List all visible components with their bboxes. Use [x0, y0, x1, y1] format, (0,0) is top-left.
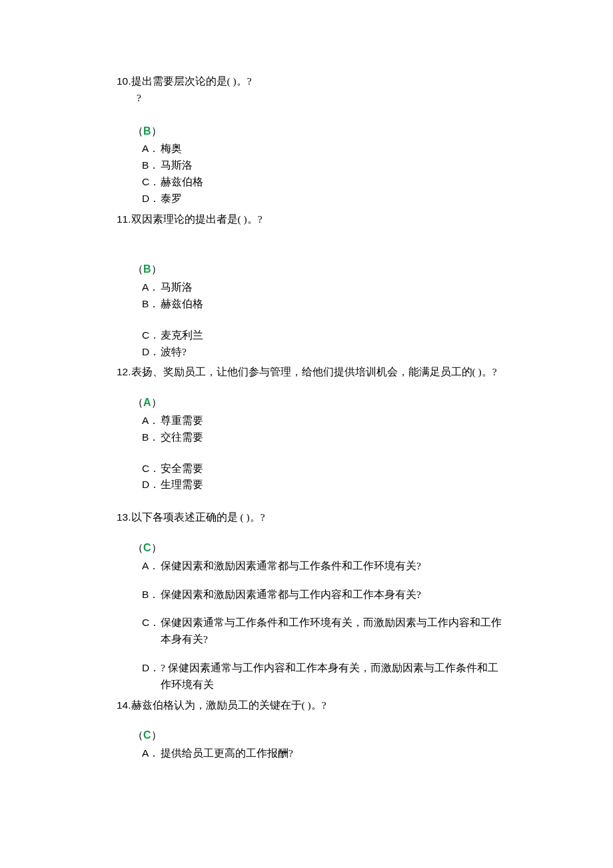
option-letter: A． [142, 141, 161, 157]
option-text: 赫兹伯格 [161, 296, 503, 313]
spacer [117, 227, 503, 245]
option-text: 马斯洛 [161, 279, 503, 296]
option-text: 生理需要 [161, 477, 503, 493]
answer-letter: B [143, 263, 151, 275]
option-text: 保健因素和激励因素通常都与工作条件和工作环境有关? [161, 558, 503, 575]
option-c: C． 安全需要 [142, 461, 503, 477]
answer-letter: B [143, 125, 151, 137]
question-text: 赫兹伯格认为，激励员工的关键在于( )。? [131, 697, 503, 714]
option-text: 提供给员工更高的工作报酬? [161, 745, 503, 762]
option-letter: C． [142, 327, 161, 344]
answer-marker: （C） [133, 539, 503, 557]
option-letter: D． [142, 191, 161, 207]
question-10: 10. 提出需要层次论的是( )。? ? （B） A． 梅奥 B． 马斯洛 C．… [117, 73, 503, 207]
question-header: 14. 赫兹伯格认为，激励员工的关键在于( )。? [117, 697, 503, 714]
answer-letter: C [143, 542, 151, 553]
option-text: 泰罗 [161, 191, 503, 207]
option-text: 尊重需要 [161, 413, 503, 429]
question-text: 表扬、奖励员工，让他们参与管理，给他们提供培训机会，能满足员工的( )。? [131, 364, 503, 381]
option-b: B． 马斯洛 [142, 157, 503, 174]
question-number: 13. [117, 509, 131, 526]
option-text: 安全需要 [161, 461, 503, 477]
option-c: C． 赫兹伯格 [142, 174, 503, 191]
question-14: 14. 赫兹伯格认为，激励员工的关键在于( )。? （C） A． 提供给员工更高… [117, 697, 503, 762]
option-letter: D． [142, 344, 161, 361]
spacer [117, 245, 503, 259]
option-c: C． 保健因素通常与工作条件和工作环境有关，而激励因素与工作内容和工作本身有关? [142, 615, 503, 648]
option-letter: D． [142, 477, 161, 493]
spacer [117, 713, 503, 725]
option-letter: A． [142, 279, 161, 296]
question-header: 10. 提出需要层次论的是( )。? [117, 73, 503, 90]
option-letter: A． [142, 558, 161, 575]
option-text: 保健因素通常与工作条件和工作环境有关，而激励因素与工作内容和工作本身有关? [161, 615, 503, 648]
question-number: 11. [117, 211, 131, 228]
option-letter: B． [142, 296, 161, 313]
option-b: B． 保健因素和激励因素通常都与工作内容和工作本身有关? [142, 587, 503, 603]
question-12: 12. 表扬、奖励员工，让他们参与管理，给他们提供培训机会，能满足员工的( )。… [117, 364, 503, 493]
option-text: 麦克利兰 [161, 327, 503, 344]
option-d: D． 生理需要 [142, 477, 503, 493]
option-text: 马斯洛 [161, 157, 503, 174]
spacer [117, 526, 503, 538]
question-number: 12. [117, 364, 131, 381]
document-page: 10. 提出需要层次论的是( )。? ? （B） A． 梅奥 B． 马斯洛 C．… [0, 0, 613, 833]
spacer [117, 497, 503, 509]
spacer [117, 575, 503, 587]
option-b: B． 交往需要 [142, 429, 503, 446]
option-text: ? 保健因素通常与工作内容和工作本身有关，而激励因素与工作条件和工作环境有关 [161, 660, 503, 693]
option-d: D． ? 保健因素通常与工作内容和工作本身有关，而激励因素与工作条件和工作环境有… [142, 660, 503, 693]
question-13: 13. 以下各项表述正确的是 ( )。? （C） A． 保健因素和激励因素通常都… [117, 509, 503, 693]
option-text: 赫兹伯格 [161, 174, 503, 191]
option-c: C． 麦克利兰 [142, 327, 503, 344]
spacer [117, 381, 503, 393]
option-text: 保健因素和激励因素通常都与工作内容和工作本身有关? [161, 587, 503, 603]
option-a: A． 保健因素和激励因素通常都与工作条件和工作环境有关? [142, 558, 503, 575]
answer-letter: A [143, 397, 151, 408]
option-text: 梅奥 [161, 141, 503, 157]
question-subtext: ? [137, 90, 503, 107]
option-letter: B． [142, 587, 161, 603]
spacer [117, 648, 503, 660]
question-11: 11. 双因素理论的提出者是( )。? （B） A． 马斯洛 B． 赫兹伯格 C… [117, 211, 503, 361]
option-d: D． 泰罗 [142, 191, 503, 207]
option-letter: C． [142, 174, 161, 191]
option-b: B． 赫兹伯格 [142, 296, 503, 313]
option-letter: C． [142, 615, 161, 631]
answer-marker: （C） [133, 727, 503, 744]
answer-marker: （B） [133, 261, 503, 278]
question-header: 13. 以下各项表述正确的是 ( )。? [117, 509, 503, 526]
option-letter: B． [142, 157, 161, 174]
option-a: A． 尊重需要 [142, 413, 503, 429]
spacer [117, 107, 503, 121]
spacer [117, 313, 503, 327]
option-d: D． 波特? [142, 344, 503, 361]
option-a: A． 提供给员工更高的工作报酬? [142, 745, 503, 762]
option-text: 交往需要 [161, 429, 503, 446]
option-a: A． 马斯洛 [142, 279, 503, 296]
spacer [117, 446, 503, 461]
option-text: 波特? [161, 344, 503, 361]
option-a: A． 梅奥 [142, 141, 503, 157]
answer-marker: （A） [133, 394, 503, 411]
answer-marker: （B） [133, 123, 503, 140]
question-text: 双因素理论的提出者是( )。? [131, 211, 503, 228]
option-letter: A． [142, 413, 161, 429]
option-letter: D． [142, 660, 161, 677]
question-number: 14. [117, 697, 131, 714]
question-text: 提出需要层次论的是( )。? [131, 73, 503, 90]
question-header: 12. 表扬、奖励员工，让他们参与管理，给他们提供培训机会，能满足员工的( )。… [117, 364, 503, 381]
answer-letter: C [143, 729, 151, 741]
option-letter: B． [142, 429, 161, 446]
option-letter: A． [142, 745, 161, 762]
question-text: 以下各项表述正确的是 ( )。? [131, 509, 503, 526]
option-letter: C． [142, 461, 161, 477]
question-number: 10. [117, 73, 131, 90]
spacer [117, 603, 503, 615]
question-header: 11. 双因素理论的提出者是( )。? [117, 211, 503, 228]
